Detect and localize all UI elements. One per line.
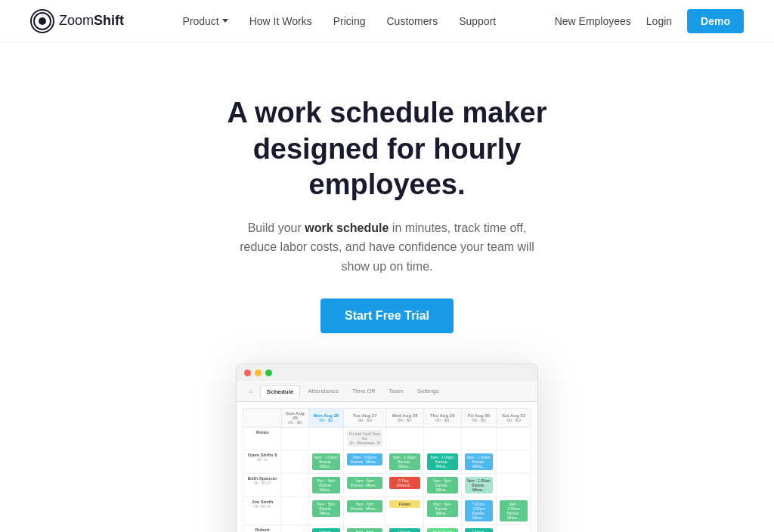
logo[interactable]: ZoomShift xyxy=(30,9,124,33)
ss-tab-schedule: Schedule xyxy=(260,385,301,397)
expand-dot xyxy=(265,370,272,376)
row-employee-4: Robert Catherine0h · $0.00 xyxy=(243,525,282,532)
nav-links: Product How It Works Pricing Customers S… xyxy=(182,15,496,27)
table-row: Joe Smith0h · $0.00 8am - 5pmBarista · M… xyxy=(243,497,531,525)
app-screenshot: ⌂ Schedule Attendance Time Off Team Sett… xyxy=(236,363,538,532)
nav-item-support[interactable]: Support xyxy=(459,15,496,27)
col-tue: Tue Aug 270h · $0 xyxy=(344,409,386,428)
start-trial-button[interactable]: Start Free Trial xyxy=(320,298,454,333)
table-row: Robert Catherine0h · $0.00 7:00am - 3:30… xyxy=(243,525,531,532)
row-employee-2: Beth Spencer0h · $0.00 xyxy=(243,474,282,497)
ss-tab-timeoff: Time Off xyxy=(346,385,381,397)
col-wed: Wed Aug 280h · $0 xyxy=(386,409,424,428)
nav-item-product[interactable]: Product xyxy=(182,15,228,27)
ss-tab-settings: Settings xyxy=(411,385,445,397)
table-row: Beth Spencer0h · $0.00 8am - 5pmBarista … xyxy=(243,474,531,497)
ss-tab-home: ⌂ xyxy=(243,385,259,397)
minimize-dot xyxy=(255,370,262,376)
schedule-grid: Sun Aug 250h · $0 Mon Aug 260h · $0 Tue … xyxy=(243,408,531,532)
nav-new-employees[interactable]: New Employees xyxy=(555,15,631,27)
nav-login[interactable]: Login xyxy=(646,15,672,27)
col-mon: Mon Aug 260h · $0 xyxy=(308,409,343,428)
nav-item-how-it-works[interactable]: How It Works xyxy=(249,15,312,27)
chevron-down-icon xyxy=(222,19,228,23)
col-sat: Sat Aug 310h · $0 xyxy=(497,409,531,428)
hero-bold: work schedule xyxy=(305,221,389,234)
screenshot-tabs: ⌂ Schedule Attendance Time Off Team Sett… xyxy=(237,381,537,402)
navbar: ZoomShift Product How It Works Pricing C… xyxy=(0,0,774,42)
row-employee-1: Open Shifts 6All · ks xyxy=(243,450,282,474)
logo-text: ZoomShift xyxy=(59,13,124,29)
table-row: Open Shifts 6All · ks 8am - 1:00pmBarist… xyxy=(243,450,531,474)
col-sun: Sun Aug 250h · $0 xyxy=(282,409,308,428)
nav-item-customers[interactable]: Customers xyxy=(386,15,438,27)
close-dot xyxy=(244,370,251,376)
nav-item-pricing[interactable]: Pricing xyxy=(333,15,366,27)
nav-right: New Employees Login Demo xyxy=(555,9,744,33)
logo-icon xyxy=(30,9,54,33)
row-roles: Roles xyxy=(243,428,282,450)
screenshot-body: Sun Aug 250h · $0 Mon Aug 260h · $0 Tue … xyxy=(237,402,537,532)
demo-button[interactable]: Demo xyxy=(687,9,744,33)
hero-section: A work schedule maker designed for hourl… xyxy=(0,42,774,532)
screenshot-titlebar xyxy=(237,364,537,381)
row-employee-3: Joe Smith0h · $0.00 xyxy=(243,497,282,525)
hero-headline: A work schedule maker designed for hourl… xyxy=(183,95,591,203)
col-thu: Thu Aug 290h · $0 xyxy=(423,409,461,428)
col-fri: Fri Aug 300h · $0 xyxy=(461,409,496,428)
col-name xyxy=(243,409,282,428)
hero-body: Build your work schedule in minutes, tra… xyxy=(228,218,546,277)
ss-tab-team: Team xyxy=(382,385,410,397)
table-row: Roles R Lead Cash Drop Inc.2h · Milwauke… xyxy=(243,428,531,450)
ss-tab-attendance: Attendance xyxy=(302,385,344,397)
